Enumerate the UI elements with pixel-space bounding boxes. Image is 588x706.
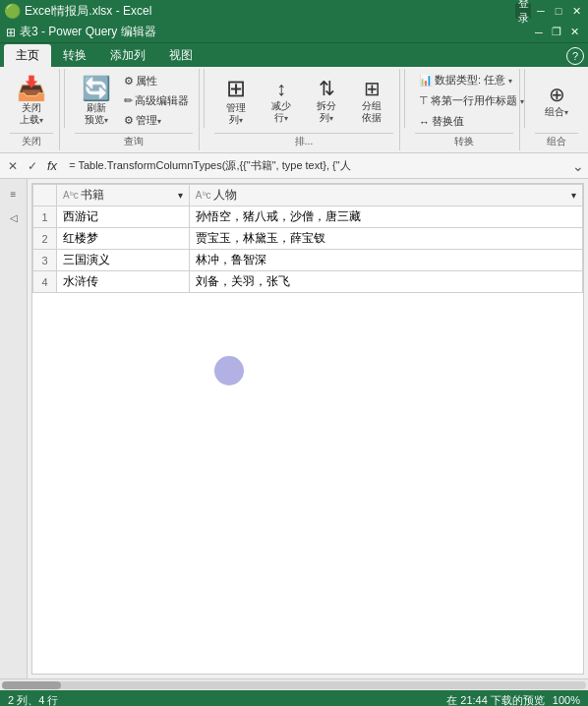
cell-people[interactable]: 孙悟空，猪八戒，沙僧，唐三藏 <box>189 206 582 228</box>
combine-icon: ⊕ <box>549 85 565 104</box>
pq-title-bar: ⊞ 表3 - Power Query 编辑器 ─ ❐ ✕ <box>0 22 588 43</box>
tab-view[interactable]: 视图 <box>157 44 205 67</box>
ribbon-group-combine-label: 组合 <box>535 133 578 148</box>
pq-title-controls[interactable]: ─ ❐ ✕ <box>531 25 582 40</box>
tab-strip: 主页 转换 添加列 视图 ? <box>0 43 588 67</box>
separator-3 <box>404 69 405 128</box>
row-num-header <box>33 185 57 206</box>
cell-people[interactable]: 林冲，鲁智深 <box>189 250 582 271</box>
pq-icon: ⊞ <box>6 26 16 39</box>
col-name-people: 人物 <box>213 187 237 204</box>
cell-book[interactable]: 水浒传 <box>57 271 190 293</box>
cell-people[interactable]: 刘备，关羽，张飞 <box>189 271 582 293</box>
manage-columns-button[interactable]: ⊞ 管理列▾ <box>214 73 258 130</box>
replace-value-button[interactable]: ↔ 替换值 <box>415 112 468 131</box>
tab-transform[interactable]: 转换 <box>51 44 98 67</box>
col-header-books[interactable]: Aᵇc 书籍 ▾ <box>57 185 190 206</box>
scrollbar-track[interactable] <box>2 681 586 689</box>
properties-label: 属性 <box>136 74 157 88</box>
ribbon-group-sort: ⊞ 管理列▾ ↕ 减少行▾ ⇅ 拆分列▾ ⊞ 分组依据 排... <box>208 69 400 150</box>
scrollbar-thumb[interactable] <box>2 681 61 689</box>
formula-expand-btn[interactable]: ⌄ <box>572 158 584 174</box>
tab-add-column[interactable]: 添加列 <box>98 44 157 67</box>
advanced-editor-button[interactable]: ✏ 高级编辑器 <box>120 91 193 110</box>
formula-text: = Table.TransformColumnTypes(源,{{"书籍", t… <box>69 158 351 173</box>
ribbon-group-transform: 📊 数据类型: 任意 ▾ ⊤ 将第一行用作标题 ▾ ↔ 替换值 转换 <box>409 69 520 150</box>
refresh-preview-button[interactable]: 🔄 刷新预览▾ <box>75 73 118 130</box>
refresh-icon: 🔄 <box>82 77 111 100</box>
cell-book[interactable]: 三国演义 <box>57 250 190 271</box>
excel-max-btn[interactable]: □ <box>551 3 566 19</box>
pq-min-btn[interactable]: ─ <box>531 25 547 40</box>
data-type-icon: 📊 <box>419 74 433 87</box>
cursor-pointer <box>214 356 244 385</box>
formula-confirm-btn[interactable]: ✓ <box>24 158 41 174</box>
properties-icon: ⚙ <box>124 75 134 88</box>
properties-button[interactable]: ⚙ 属性 <box>120 72 193 90</box>
col-type-people: Aᵇc <box>196 190 211 201</box>
pq-restore-btn[interactable]: ❐ <box>549 25 564 40</box>
close-load-label: 关闭上载▾ <box>20 102 43 126</box>
status-download-text: 在 21:44 下载的预览 <box>446 693 545 707</box>
data-table: Aᵇc 书籍 ▾ Aᵇc 人物 ▾ 1 <box>32 184 583 293</box>
col-name-books: 书籍 <box>81 187 104 204</box>
use-first-row-button[interactable]: ⊤ 将第一行用作标题 ▾ <box>415 91 528 110</box>
col-filter-people[interactable]: ▾ <box>571 190 576 201</box>
help-button[interactable]: ? <box>566 47 584 65</box>
horizontal-scrollbar[interactable] <box>0 678 588 690</box>
excel-title-text: Excel情报局.xlsx - Excel <box>25 3 151 20</box>
col-header-people[interactable]: Aᵇc 人物 ▾ <box>189 185 582 206</box>
row-number: 3 <box>33 250 57 271</box>
sidebar-collapse-icon[interactable]: ◁ <box>3 206 25 228</box>
query-right-items: ⚙ 属性 ✏ 高级编辑器 ⚙ 管理▾ <box>120 72 193 130</box>
excel-min-btn[interactable]: ─ <box>533 3 549 19</box>
ribbon-group-close-label: 关闭 <box>10 133 53 148</box>
advanced-editor-label: 高级编辑器 <box>135 93 189 108</box>
separator-1 <box>64 69 65 128</box>
ribbon-query-items: 🔄 刷新预览▾ ⚙ 属性 ✏ 高级编辑器 ⚙ 管理▾ <box>75 71 193 131</box>
table-row: 4 水浒传 刘备，关羽，张飞 <box>33 271 583 293</box>
split-column-button[interactable]: ⇅ 拆分列▾ <box>305 75 348 128</box>
formula-cancel-btn[interactable]: ✕ <box>4 158 22 174</box>
excel-title-left: 🟢 Excel情报局.xlsx - Excel <box>4 3 151 20</box>
replace-value-icon: ↔ <box>419 116 430 128</box>
data-type-button[interactable]: 📊 数据类型: 任意 ▾ <box>415 71 516 89</box>
separator-2 <box>204 69 205 128</box>
table-row: 3 三国演义 林冲，鲁智深 <box>33 250 583 271</box>
excel-title-controls: 登录 ─ □ ✕ <box>515 3 584 19</box>
cell-people[interactable]: 贾宝玉，林黛玉，薛宝钗 <box>189 228 582 250</box>
left-sidebar: ≡ ◁ <box>0 179 28 678</box>
group-by-icon: ⊞ <box>364 79 381 98</box>
separator-4 <box>524 69 525 128</box>
manage-icon: ⚙ <box>124 114 134 127</box>
sidebar-queries-icon[interactable]: ≡ <box>3 183 25 205</box>
pq-close-btn[interactable]: ✕ <box>566 25 582 40</box>
row-number: 4 <box>33 271 57 293</box>
excel-close-btn[interactable]: ✕ <box>568 3 584 19</box>
cell-book[interactable]: 红楼梦 <box>57 228 190 250</box>
col-filter-books[interactable]: ▾ <box>178 190 183 201</box>
tab-home[interactable]: 主页 <box>4 44 51 67</box>
formula-bar-controls: ✕ ✓ fx <box>4 158 61 174</box>
ribbon-close-items: 📥 关闭上载▾ <box>10 71 53 131</box>
ribbon-sort-items: ⊞ 管理列▾ ↕ 减少行▾ ⇅ 拆分列▾ ⊞ 分组依据 <box>214 71 393 131</box>
excel-icon: 🟢 <box>4 3 21 19</box>
ribbon-transform-items: 📊 数据类型: 任意 ▾ ⊤ 将第一行用作标题 ▾ ↔ 替换值 <box>415 71 528 131</box>
reduce-rows-button[interactable]: ↕ 减少行▾ <box>260 75 303 128</box>
manage-button[interactable]: ⚙ 管理▾ <box>120 111 193 130</box>
combine-button[interactable]: ⊕ 组合▾ <box>535 81 578 122</box>
table-container: Aᵇc 书籍 ▾ Aᵇc 人物 ▾ 1 <box>31 183 584 675</box>
close-load-button[interactable]: 📥 关闭上载▾ <box>10 73 53 130</box>
combine-label: 组合▾ <box>545 106 568 118</box>
cell-book[interactable]: 西游记 <box>57 206 190 228</box>
formula-content[interactable]: = Table.TransformColumnTypes(源,{{"书籍", t… <box>65 157 568 174</box>
ribbon-group-query-label: 查询 <box>75 133 193 148</box>
reduce-rows-label: 减少行▾ <box>271 100 291 124</box>
excel-login-btn[interactable]: 登录 <box>515 3 531 19</box>
advanced-editor-icon: ✏ <box>124 94 133 107</box>
ribbon-group-close: 📥 关闭上载▾ 关闭 <box>4 69 60 150</box>
ribbon-combine-items: ⊕ 组合▾ <box>535 71 578 131</box>
group-by-button[interactable]: ⊞ 分组依据 <box>350 75 393 128</box>
split-column-label: 拆分列▾ <box>317 100 336 124</box>
status-right: 在 21:44 下载的预览 100% <box>446 693 580 707</box>
